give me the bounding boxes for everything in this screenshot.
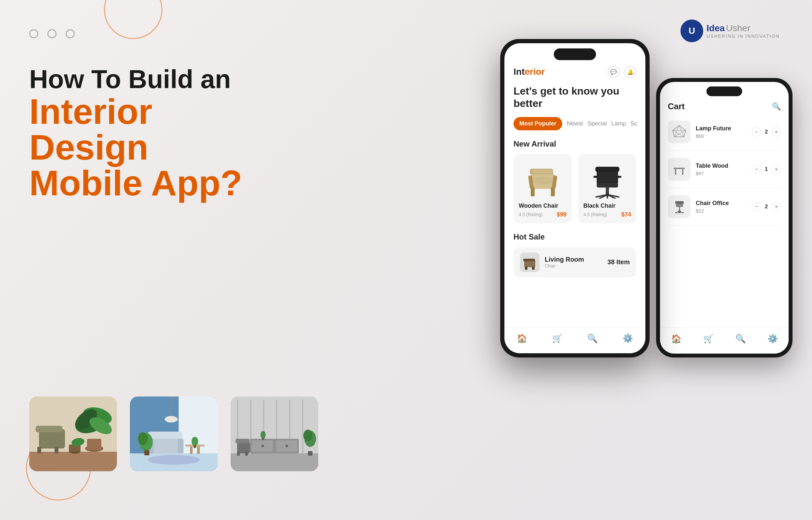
svg-rect-98 <box>532 266 535 270</box>
svg-point-46 <box>261 445 264 447</box>
table-image <box>668 158 691 181</box>
svg-marker-57 <box>673 126 685 137</box>
app-header: Interior 💬 🔔 <box>513 66 636 78</box>
wooden-chair-rating: 4.5 (Rating) <box>519 212 542 217</box>
cart-nav-cart[interactable]: 🛒 <box>703 334 713 344</box>
logo-tagline: USHERING IN INNOVATION <box>706 33 780 39</box>
hot-sale-image <box>520 253 539 272</box>
chair-qty: 2 <box>765 204 768 210</box>
chair-office-price: $22 <box>696 208 747 213</box>
svg-rect-50 <box>237 452 240 456</box>
svg-rect-28 <box>197 446 200 454</box>
thumbnails-row <box>29 396 318 471</box>
svg-rect-13 <box>36 426 62 432</box>
lamp-minus-btn[interactable]: − <box>752 127 761 136</box>
svg-rect-63 <box>674 168 685 169</box>
svg-rect-94 <box>617 176 621 178</box>
svg-rect-64 <box>675 169 676 175</box>
chair-office-name: Chair Office <box>696 200 747 207</box>
tab-sc[interactable]: Sc <box>631 120 637 127</box>
cart-title: Cart <box>668 101 685 111</box>
svg-point-32 <box>192 437 198 446</box>
tab-most-popular[interactable]: Most Populer <box>513 117 562 130</box>
svg-rect-33 <box>194 445 196 448</box>
headline-line3: Mobile App? <box>29 165 257 201</box>
table-minus-btn[interactable]: − <box>752 165 761 174</box>
svg-rect-48 <box>237 442 250 453</box>
svg-rect-54 <box>308 451 312 456</box>
cart-nav-home[interactable]: 🏠 <box>671 334 681 344</box>
chair-office-info: Chair Office $22 <box>696 200 747 213</box>
notification-icon[interactable]: 🔔 <box>624 66 636 78</box>
svg-rect-82 <box>533 170 553 173</box>
app-logo-accent: erior <box>525 67 545 77</box>
wooden-chair-price: $99 <box>557 211 566 218</box>
cart-search-icon[interactable]: 🔍 <box>772 102 781 111</box>
cart-header: Cart 🔍 <box>668 101 781 111</box>
front-nav-settings[interactable]: ⚙️ <box>623 334 633 343</box>
product-row: Wooden Chair 4.5 (Rating) $99 <box>513 154 636 223</box>
cart-bottom-nav: 🏠 🛒 🔍 ⚙️ <box>660 328 789 354</box>
decorative-circle-top <box>104 0 162 39</box>
header-icons: 💬 🔔 <box>608 66 636 78</box>
black-chair-image <box>583 160 631 199</box>
cart-nav-settings[interactable]: ⚙️ <box>767 334 778 344</box>
logo-text: Idea Usher USHERING IN INNOVATION <box>706 23 780 39</box>
svg-rect-23 <box>148 432 182 439</box>
svg-rect-77 <box>531 187 535 196</box>
svg-rect-14 <box>37 447 41 453</box>
table-name: Table Wood <box>696 162 747 169</box>
message-icon[interactable]: 💬 <box>608 66 619 78</box>
phone-interior: Interior 💬 🔔 Let's get to know you bette… <box>500 39 650 358</box>
svg-line-61 <box>674 130 685 137</box>
tab-lamp[interactable]: Lamp <box>611 120 626 127</box>
hot-sale-item[interactable]: Living Room Chair 38 Item <box>513 247 636 277</box>
tab-newest[interactable]: Newst <box>567 120 583 127</box>
front-nav-home[interactable]: 🏠 <box>517 334 527 343</box>
window-dots <box>29 29 75 38</box>
dot-3 <box>65 29 75 38</box>
wooden-chair-name: Wooden Chair <box>519 203 566 209</box>
room-scene-2 <box>130 396 218 471</box>
table-plus-btn[interactable]: + <box>772 165 781 174</box>
svg-point-30 <box>138 432 148 445</box>
svg-line-60 <box>673 130 684 137</box>
svg-rect-56 <box>262 438 264 440</box>
chair-plus-btn[interactable]: + <box>772 202 781 211</box>
lamp-info: Lamp Future $68 <box>696 125 747 139</box>
product-wooden-chair[interactable]: Wooden Chair 4.5 (Rating) $99 <box>513 154 572 223</box>
lamp-plus-btn[interactable]: + <box>772 127 781 136</box>
room-scene-1 <box>29 396 117 471</box>
svg-rect-27 <box>190 446 193 454</box>
chair-minus-btn[interactable]: − <box>752 202 761 211</box>
svg-point-55 <box>260 431 266 439</box>
cart-nav-search[interactable]: 🔍 <box>735 334 746 344</box>
cart-content-area: Cart 🔍 <box>660 82 789 354</box>
svg-rect-67 <box>675 201 684 204</box>
hot-sale-category: Living Room <box>545 256 602 263</box>
app-content-area: Interior 💬 🔔 Let's get to know you bette… <box>504 43 645 353</box>
svg-rect-65 <box>682 169 683 175</box>
svg-rect-20 <box>170 396 172 416</box>
front-nav-search[interactable]: 🔍 <box>587 334 598 343</box>
cart-item-chair: Chair Office $22 − 2 + <box>668 195 781 226</box>
svg-rect-86 <box>606 187 609 193</box>
app-greeting: Let's get to know you better <box>513 85 636 110</box>
interior-screen: Interior 💬 🔔 Let's get to know you bette… <box>504 43 645 353</box>
black-chair-meta: 4.5 (Rating) $74 <box>583 211 631 218</box>
product-black-chair[interactable]: Black Chair 4.5 (Rating) $74 <box>578 154 636 223</box>
thumbnail-2 <box>130 396 218 471</box>
room-scene-3 <box>231 396 318 471</box>
lamp-image <box>668 121 691 143</box>
headline-line2-interior: Interior Design <box>29 94 257 165</box>
black-chair-name: Black Chair <box>583 203 631 209</box>
svg-point-81 <box>532 177 553 185</box>
wooden-chair-meta: 4.5 (Rating) $99 <box>519 211 566 218</box>
dynamic-island-front <box>554 48 596 60</box>
svg-rect-85 <box>597 183 618 187</box>
tab-special[interactable]: Special <box>588 120 607 127</box>
front-nav-cart[interactable]: 🛒 <box>552 334 563 343</box>
table-controls: − 1 + <box>752 165 781 174</box>
wooden-chair-image <box>519 160 566 199</box>
svg-rect-2 <box>29 452 117 471</box>
